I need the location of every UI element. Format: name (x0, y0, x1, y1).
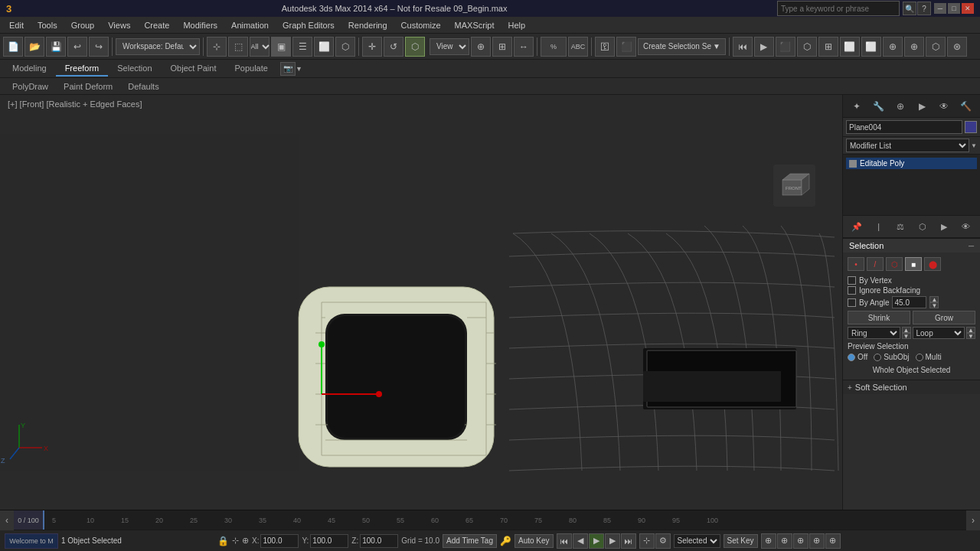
open-btn[interactable]: 📂 (24, 37, 44, 57)
pin-icon[interactable]: 📌 (849, 219, 864, 234)
search-input[interactable] (777, 1, 900, 16)
menu-rendering[interactable]: Rendering (342, 19, 394, 31)
set-key-button[interactable]: Set Key (724, 534, 758, 548)
panel-modify-icon[interactable]: 🔧 (871, 98, 887, 115)
selection-filter-icon[interactable]: ⊹ (232, 536, 239, 546)
workspace-dropdown[interactable]: Workspace: Default (116, 38, 200, 55)
stack-checkbox[interactable] (849, 160, 857, 168)
edge-mode-icon[interactable]: / (867, 257, 884, 271)
preview-multi-radio[interactable]: Multi (916, 353, 942, 361)
add-time-tag-button[interactable]: Add Time Tag (443, 534, 497, 548)
timeline-slider[interactable]: 0 / 100 (14, 510, 44, 530)
magnet-btn[interactable]: ⚿ (595, 37, 615, 57)
shrink-button[interactable]: Shrink (848, 311, 910, 324)
menu-views[interactable]: Views (102, 19, 136, 31)
selection-lock-icon[interactable]: ⊕ (242, 536, 249, 546)
grow-button[interactable]: Grow (913, 311, 975, 324)
camera-dropdown-arrow[interactable]: ▼ (296, 65, 302, 73)
loop-down[interactable]: ▼ (966, 333, 975, 339)
by-vertex-checkbox[interactable] (848, 276, 856, 285)
menu-modifiers[interactable]: Modifiers (177, 19, 224, 31)
bone-icon[interactable]: | (871, 219, 887, 234)
soft-selection-header[interactable]: + Soft Selection (843, 380, 980, 394)
z-value-field[interactable] (360, 534, 398, 548)
panel-create-icon[interactable]: ✦ (848, 98, 865, 115)
x-value-field[interactable] (260, 534, 299, 548)
help-icon[interactable]: ? (917, 2, 931, 15)
stack-item-editable-poly[interactable]: Editable Poly (846, 158, 977, 169)
tb-icon4[interactable]: ⬡ (797, 37, 817, 57)
y-value-field[interactable] (310, 534, 348, 548)
menu-help[interactable]: Help (502, 19, 532, 31)
ignore-backfacing-checkbox[interactable] (848, 286, 856, 295)
new-scene-btn[interactable]: 📄 (3, 37, 23, 57)
mesh-icon[interactable]: ⬡ (915, 219, 930, 234)
timeline-back-btn[interactable]: ‹ (0, 510, 14, 530)
scale-btn[interactable]: ⬡ (405, 37, 425, 57)
tb-icon8[interactable]: ⊕ (883, 37, 903, 57)
create-selection-btn[interactable]: Create Selection Se ▼ (638, 38, 726, 55)
menu-animation[interactable]: Animation (225, 19, 275, 31)
minimize-button[interactable]: ─ (934, 3, 946, 14)
selection-section-header[interactable]: Selection ─ (843, 239, 980, 253)
go-start-btn[interactable]: ⏮ (557, 533, 572, 549)
show-icon[interactable]: 👁 (959, 219, 974, 234)
tab-populate[interactable]: Populate (225, 61, 276, 77)
polygon-select-btn[interactable]: ⬡ (335, 37, 355, 57)
filter-dropdown[interactable]: All (250, 37, 270, 57)
render-setup-btn[interactable]: ⬛ (616, 37, 636, 57)
maximize-button[interactable]: □ (948, 3, 960, 14)
camera-icon[interactable]: 📷 (280, 62, 296, 76)
prev-frame-btn[interactable]: ◀ (573, 533, 588, 549)
tb-icon7[interactable]: ⬜ (861, 37, 881, 57)
object-name-field[interactable] (846, 120, 962, 134)
tb-icon9[interactable]: ⊕ (904, 37, 924, 57)
tab-object-paint[interactable]: Object Paint (162, 61, 226, 77)
vertex-mode-icon[interactable]: • (848, 257, 864, 271)
defaults-item[interactable]: Defaults (122, 80, 165, 93)
time-config-btn[interactable]: ⚙ (655, 533, 671, 549)
save-btn[interactable]: 💾 (46, 37, 66, 57)
tb-icon5[interactable]: ⊞ (818, 37, 838, 57)
tab-freeform[interactable]: Freeform (56, 61, 109, 77)
select-region-btn[interactable]: ⬚ (228, 37, 248, 57)
panel-motion-icon[interactable]: ▶ (914, 98, 931, 115)
next-frame-btn[interactable]: ▶ (605, 533, 620, 549)
render-icon[interactable]: ▶ (936, 219, 952, 234)
panel-utilities-icon[interactable]: 🔨 (958, 98, 975, 115)
object-color-swatch[interactable] (965, 121, 977, 133)
modifier-list-select[interactable]: Modifier List (846, 139, 969, 152)
mirror-btn[interactable]: ↔ (514, 37, 534, 57)
weight-icon[interactable]: ⚖ (893, 219, 908, 234)
status-icon5[interactable]: ⊕ (825, 533, 841, 549)
lock-icon[interactable]: 🔒 (217, 536, 229, 546)
select-btn[interactable]: ⊹ (207, 37, 227, 57)
tab-selection[interactable]: Selection (108, 61, 161, 77)
by-angle-down[interactable]: ▼ (929, 302, 939, 308)
menu-group[interactable]: Group (65, 19, 101, 31)
viewport[interactable]: [+] [Front] [Realistic + Edged Faces] (0, 95, 842, 510)
status-icon3[interactable]: ⊕ (793, 533, 808, 549)
menu-customize[interactable]: Customize (395, 19, 447, 31)
preview-off-radio[interactable]: Off (848, 353, 867, 361)
border-mode-icon[interactable]: ⬡ (886, 257, 903, 271)
polydraw-item[interactable]: PolyDraw (6, 80, 54, 93)
key-icon[interactable]: 🔑 (500, 536, 511, 546)
menu-edit[interactable]: Edit (3, 19, 30, 31)
auto-key-button[interactable]: Auto Key (514, 534, 554, 548)
tab-modeling[interactable]: Modeling (3, 61, 56, 77)
search-icon[interactable]: 🔍 (903, 2, 916, 15)
polygon-mode-icon[interactable]: ■ (905, 257, 922, 271)
status-icon4[interactable]: ⊕ (809, 533, 825, 549)
abc-btn[interactable]: ABC (568, 37, 588, 57)
status-icon2[interactable]: ⊕ (777, 533, 792, 549)
preview-subobj-radio[interactable]: SubObj (874, 353, 909, 361)
menu-tools[interactable]: Tools (31, 19, 64, 31)
by-angle-field[interactable] (892, 296, 926, 308)
key-mode-btn[interactable]: ⊹ (639, 533, 655, 549)
panel-display-icon[interactable]: 👁 (936, 98, 952, 115)
tb-icon6[interactable]: ⬜ (840, 37, 860, 57)
status-icon1[interactable]: ⊕ (761, 533, 776, 549)
play-btn[interactable]: ▶ (589, 533, 604, 549)
by-angle-checkbox[interactable] (848, 298, 856, 307)
